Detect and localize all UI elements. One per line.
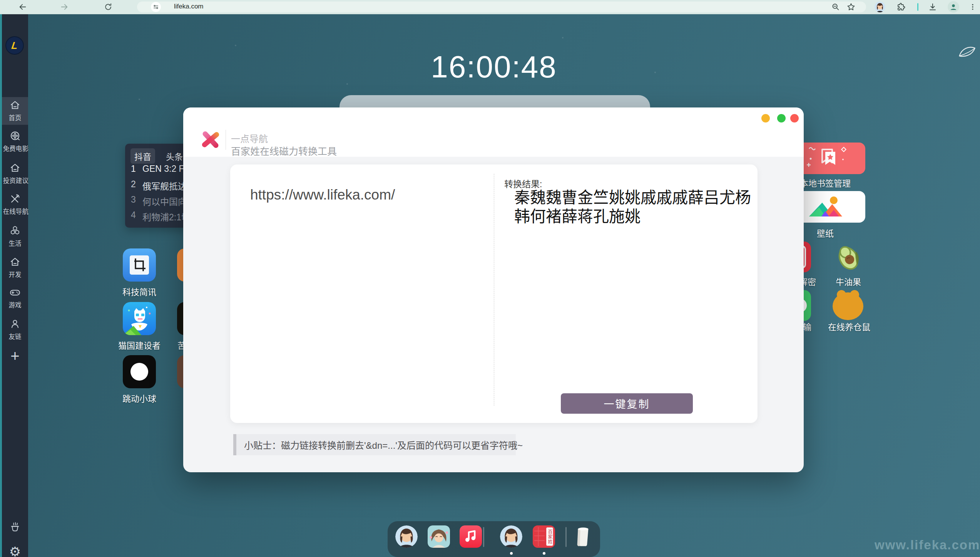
app-cat-kingdom[interactable]: 猫国建设者 [122, 302, 156, 335]
tip-text: 小贴士：磁力链接转换前删去'&dn=...'及后面的代码可以更省字符哦~ [244, 438, 523, 451]
leaf-icon [957, 43, 977, 62]
browser-avatar-icon[interactable] [875, 2, 885, 12]
sidebar-item-friends[interactable]: 友链 [2, 316, 28, 344]
reload-icon[interactable] [103, 2, 113, 12]
magnet-input-value: https://www.lifeka.com/ [250, 187, 395, 203]
baijiaxing-label-strip: 百家姓 [546, 527, 553, 546]
result-label: 转换结果: [504, 177, 542, 190]
bookmark-star-icon[interactable] [846, 2, 856, 12]
sidebar-item-free-movies[interactable]: 免费电影 [2, 128, 28, 156]
back-icon[interactable] [18, 2, 28, 12]
download-icon[interactable] [928, 2, 938, 12]
sidebar-item-home[interactable]: 首页 [2, 97, 28, 125]
dock-divider [483, 527, 484, 547]
sidebar: L 首页 免费电影 投资建议 在线导航 生活 开发 游戏 [0, 14, 28, 557]
tech-briefing-icon [123, 248, 156, 282]
app-avocado[interactable] [831, 240, 865, 273]
sidebar-item-investment[interactable]: 投资建议 [2, 160, 28, 188]
app-bouncing-ball[interactable]: 跳动小球 [122, 355, 156, 404]
noodle-cup-icon[interactable] [2, 521, 28, 534]
magnet-tool-window: 一点导航 百家姓在线磁力转换工具 https://www.lifeka.com/… [183, 107, 804, 472]
sidebar-item-life[interactable]: 生活 [2, 223, 28, 250]
dock-music-icon[interactable] [460, 525, 482, 548]
header-divider [226, 130, 226, 150]
add-category-button[interactable]: + [2, 348, 28, 364]
screen: lifeka.com www [0, 0, 980, 557]
running-indicator [510, 552, 513, 555]
running-indicator [543, 552, 545, 555]
result-line-2: 韩何褚薛蒋孔施姚 [514, 207, 751, 226]
bouncing-ball-icon [123, 355, 156, 388]
dock-avatar-icon[interactable] [395, 525, 418, 548]
minimize-button[interactable] [761, 114, 770, 122]
extensions-icon[interactable] [896, 2, 906, 12]
result-text: 秦魏魏曹金竺姚姚戚戚戚薛吕尤杨 韩何褚薛蒋孔施姚 [514, 188, 751, 226]
tool-name: 百家姓在线磁力转换工具 [231, 144, 337, 158]
tool-logo-icon [200, 129, 221, 150]
toolbar-divider [917, 3, 918, 11]
profile-icon[interactable] [948, 1, 959, 13]
maximize-button[interactable] [777, 114, 786, 122]
modal-header: 一点导航 百家姓在线磁力转换工具 [183, 107, 804, 157]
converter-panel: https://www.lifeka.com/ 转换结果: 秦魏魏曹金竺姚姚戚戚… [230, 164, 758, 423]
forward-icon[interactable] [59, 2, 69, 12]
hamster-label: 在线养仓鼠 [822, 320, 876, 332]
clock: 16:00:48 [431, 49, 557, 85]
app-tech-briefing[interactable]: 科技简讯 [122, 248, 156, 297]
menu-icon[interactable] [968, 2, 978, 12]
dock-divider [565, 527, 567, 547]
site-info-icon[interactable] [151, 2, 161, 12]
news-tab-toutiao[interactable]: 头条 [166, 150, 183, 162]
sidebar-item-online-nav[interactable]: 在线导航 [2, 191, 28, 218]
settings-gear-icon[interactable]: ⚙ [2, 545, 28, 557]
sidebar-item-games[interactable]: 游戏 [2, 284, 28, 312]
result-line-1: 秦魏魏曹金竺姚姚戚戚戚薛吕尤杨 [514, 188, 751, 207]
close-button[interactable] [790, 114, 799, 122]
dock-trash-icon[interactable] [572, 525, 594, 548]
app-name: 一点导航 [231, 131, 268, 145]
address-bar[interactable] [137, 2, 866, 12]
zoom-icon[interactable] [831, 2, 841, 12]
dock-baijiaxing-icon[interactable]: 百家姓 [533, 525, 555, 548]
sidebar-item-dev[interactable]: 开发 [2, 254, 28, 282]
dock-anime-avatar-icon[interactable] [428, 525, 450, 548]
tip-bar: 小贴士：磁力链接转换前删去'&dn=...'及后面的代码可以更省字符哦~ [233, 434, 516, 455]
browser-toolbar: lifeka.com [0, 0, 980, 14]
dock: 百家姓 [388, 521, 600, 557]
watermark: www.lifeka.com [875, 538, 980, 552]
magnet-input-area[interactable]: https://www.lifeka.com/ [230, 164, 493, 423]
panel-divider [494, 174, 494, 406]
copy-button[interactable]: 一键复制 [561, 393, 693, 414]
avocado-label: 牛油果 [829, 275, 868, 287]
dock-avatar2-icon[interactable] [500, 525, 522, 548]
news-tab-douyin[interactable]: 抖音 [130, 148, 155, 164]
app-hamster[interactable] [830, 289, 866, 322]
site-logo[interactable]: L [6, 37, 23, 54]
cat-kingdom-icon [123, 302, 156, 335]
url-text: lifeka.com [174, 3, 204, 10]
